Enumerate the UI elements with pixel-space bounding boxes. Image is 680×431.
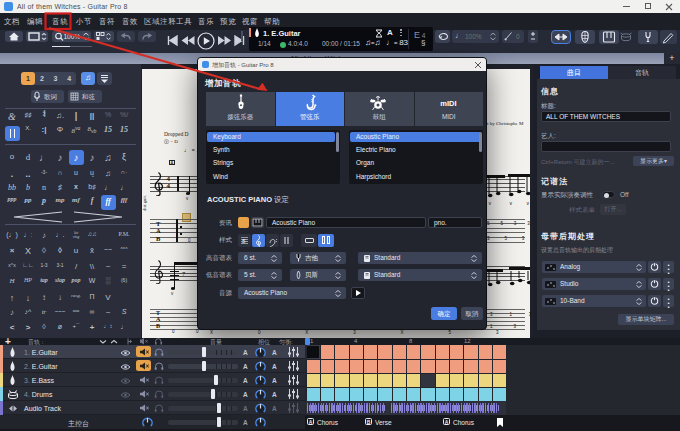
svg-text:v: v [489, 200, 492, 206]
svg-text:v: v [510, 200, 513, 206]
svg-text:v: v [527, 200, 530, 206]
svg-text:5: 5 [242, 238, 246, 244]
